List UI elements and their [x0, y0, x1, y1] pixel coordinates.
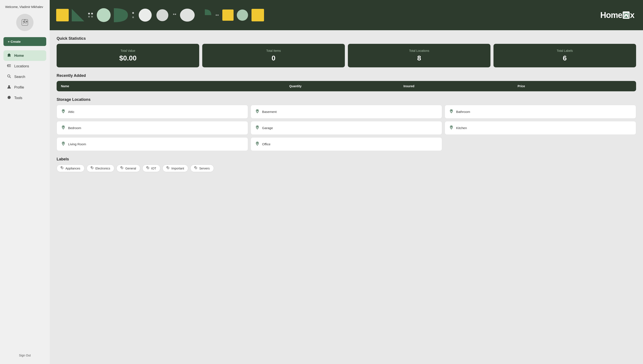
location-name-bathroom: Bathroom	[456, 110, 470, 114]
tag-icon	[167, 166, 170, 170]
tag-icon	[121, 166, 124, 170]
svg-point-28	[237, 10, 248, 21]
storage-locations-title: Storage Locations	[57, 97, 636, 102]
sidebar-nav: Home Locations Search	[4, 50, 46, 103]
stat-value-total-items: 0	[207, 54, 341, 62]
svg-point-18	[132, 12, 134, 14]
sidebar-item-home[interactable]: Home	[4, 50, 46, 61]
label-name-servers: Servers	[199, 167, 210, 170]
tag-icon	[147, 166, 150, 170]
locations-grid: Attic Basement	[57, 105, 636, 151]
svg-rect-2	[26, 21, 28, 22]
labels-title: Labels	[57, 157, 636, 162]
labels-section: Labels Appliances	[57, 157, 636, 172]
header-banner: Home x	[50, 0, 643, 30]
sidebar-item-tools[interactable]: Tools	[4, 92, 46, 103]
label-chip-servers[interactable]: Servers	[190, 164, 214, 172]
svg-point-17	[97, 8, 111, 22]
location-pin-icon	[255, 142, 259, 147]
sidebar-home-label: Home	[14, 54, 24, 58]
stat-value-total-locations: 8	[352, 54, 486, 62]
svg-point-42	[91, 167, 92, 168]
stat-label-total-locations: Total Locations	[352, 49, 486, 52]
sidebar: Welcome, Vladimir Mikhalev + Create Home	[0, 0, 50, 364]
sidebar-search-label: Search	[14, 75, 25, 79]
profile-icon	[7, 85, 11, 90]
location-pin-icon	[255, 125, 259, 130]
svg-point-19	[132, 16, 134, 18]
welcome-text: Welcome, Vladimir Mikhalev	[4, 5, 46, 9]
label-chip-electronics[interactable]: Electronics	[87, 164, 114, 172]
svg-point-24	[180, 9, 195, 22]
label-name-electronics: Electronics	[96, 167, 110, 170]
label-name-important: Important	[171, 167, 184, 170]
create-button[interactable]: + Create	[4, 37, 46, 46]
label-chip-appliances[interactable]: Appliances	[57, 164, 85, 172]
recently-added-section: Recently Added Name Quantity Insured Pri…	[57, 74, 636, 91]
sign-out-button[interactable]: Sign Out	[4, 352, 46, 359]
location-card-bathroom[interactable]: Bathroom	[445, 105, 636, 118]
tag-icon	[91, 166, 94, 170]
svg-point-36	[63, 126, 64, 128]
location-name-attic: Attic	[68, 110, 74, 114]
svg-point-43	[121, 167, 121, 168]
quick-statistics-section: Quick Statistics Total Value $0.00 Total…	[57, 36, 636, 67]
svg-point-45	[167, 167, 168, 168]
location-card-kitchen[interactable]: Kitchen	[445, 121, 636, 135]
label-chip-general[interactable]: General	[116, 164, 140, 172]
home-icon	[7, 53, 11, 58]
banner-decorations	[50, 0, 578, 30]
svg-point-39	[63, 143, 64, 144]
stats-grid: Total Value $0.00 Total Items 0 Total Lo…	[57, 44, 636, 67]
location-name-bedroom: Bedroom	[68, 126, 81, 130]
app-logo: Home x	[600, 10, 634, 20]
location-pin-icon	[61, 142, 66, 147]
avatar	[16, 14, 34, 31]
svg-rect-1	[23, 21, 25, 22]
svg-point-38	[451, 126, 452, 128]
location-card-office[interactable]: Office	[251, 137, 442, 151]
location-pin-icon	[61, 109, 66, 114]
location-card-basement[interactable]: Basement	[251, 105, 442, 118]
recently-added-title: Recently Added	[57, 74, 636, 78]
location-name-basement: Basement	[262, 110, 277, 114]
svg-rect-11	[56, 9, 69, 21]
location-pin-icon	[255, 109, 259, 114]
location-card-bedroom[interactable]: Bedroom	[57, 121, 248, 135]
location-pin-icon	[449, 125, 454, 130]
location-card-attic[interactable]: Attic	[57, 105, 248, 118]
tag-icon	[61, 166, 64, 170]
svg-rect-21	[156, 9, 168, 21]
col-header-name: Name	[61, 84, 289, 88]
stat-card-total-locations: Total Locations 8	[348, 44, 490, 67]
label-chip-important[interactable]: Important	[162, 164, 188, 172]
svg-point-25	[216, 14, 217, 16]
page-content: Quick Statistics Total Value $0.00 Total…	[50, 30, 643, 178]
svg-point-23	[175, 14, 176, 15]
recently-added-table: Name Quantity Insured Price	[57, 81, 636, 91]
table-header: Name Quantity Insured Price	[57, 81, 636, 91]
location-card-garage[interactable]: Garage	[251, 121, 442, 135]
svg-marker-12	[72, 9, 84, 21]
svg-line-9	[10, 77, 11, 78]
svg-point-34	[257, 110, 258, 111]
stat-card-total-value: Total Value $0.00	[57, 44, 199, 67]
location-card-living-room[interactable]: Living Room	[57, 137, 248, 151]
sidebar-locations-label: Locations	[14, 64, 29, 68]
svg-point-35	[451, 110, 452, 111]
svg-point-40	[257, 143, 258, 144]
svg-point-37	[257, 126, 258, 128]
svg-rect-27	[222, 10, 234, 21]
stat-label-total-value: Total Value	[61, 49, 195, 52]
sidebar-item-profile[interactable]: Profile	[4, 82, 46, 92]
svg-point-7	[7, 66, 8, 66]
sidebar-item-search[interactable]: Search	[4, 72, 46, 82]
svg-point-3	[24, 19, 26, 20]
stat-label-total-items: Total Items	[207, 49, 341, 52]
location-name-kitchen: Kitchen	[456, 126, 467, 130]
sidebar-item-locations[interactable]: Locations	[4, 61, 46, 72]
label-chip-iot[interactable]: IOT	[142, 164, 160, 172]
svg-point-8	[8, 75, 10, 77]
svg-point-15	[88, 16, 90, 18]
location-pin-icon	[449, 109, 454, 114]
